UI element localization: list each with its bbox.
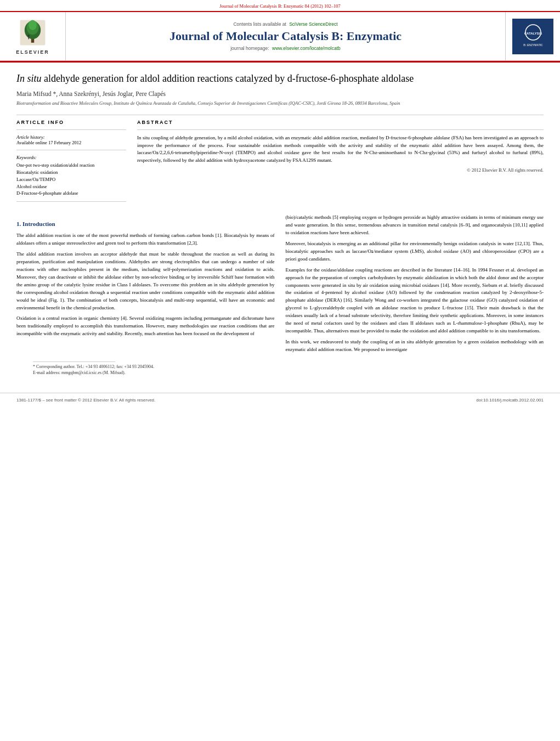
- divider-end-info: [16, 201, 126, 202]
- elsevier-logo: ELSEVIER: [16, 18, 49, 55]
- journal-title: Journal of Molecular Catalysis B: Enzyma…: [169, 29, 401, 43]
- journal-title-area: Contents lists available at SciVerse Sci…: [66, 12, 505, 60]
- svg-point-5: [27, 35, 30, 37]
- top-section: ELSEVIER Contents lists available at Sci…: [0, 12, 560, 61]
- divider-info: [16, 129, 126, 130]
- keyword-4: Alcohol oxidase: [16, 183, 126, 190]
- divider-1: [16, 115, 544, 115]
- svg-point-4: [29, 20, 37, 30]
- affiliation: Biotransformation and Bioactive Molecule…: [16, 100, 544, 107]
- divider-keywords: [16, 150, 126, 150]
- homepage-prefix: journal homepage:: [230, 46, 269, 51]
- sciverse-link[interactable]: SciVerse ScienceDirect: [289, 21, 337, 27]
- article-title: In situ aldehyde generation for aldol ad…: [16, 72, 544, 85]
- svg-text:CATALYSIS: CATALYSIS: [524, 32, 542, 35]
- article-info-heading: ARTICLE INFO: [16, 120, 126, 125]
- keyword-5: D-Fructose-6-phosphate aldolase: [16, 190, 126, 197]
- history-value: Available online 17 February 2012: [16, 140, 126, 145]
- journal-ref: Journal of Molecular Catalysis B: Enzyma…: [11, 3, 549, 9]
- section1-heading: 1. Introduction: [16, 219, 275, 229]
- abstract-heading: ABSTRACT: [137, 120, 544, 125]
- title-normal-part: aldehyde generation for aldol addition r…: [42, 73, 414, 84]
- copyright-line: © 2012 Elsevier B.V. All rights reserved…: [137, 167, 544, 173]
- page-wrapper: Journal of Molecular Catalysis B: Enzyma…: [0, 0, 560, 741]
- journal-homepage: journal homepage: www.elsevier.com/locat…: [230, 46, 341, 51]
- title-italic-part: In situ: [16, 73, 42, 84]
- authors-line: Maria Mifsud *, Anna Szekrényi, Jesús Jo…: [16, 90, 544, 97]
- history-label: Article history:: [16, 134, 126, 140]
- history-row: Article history: Available online 17 Feb…: [16, 134, 126, 145]
- elsevier-logo-area: ELSEVIER: [0, 12, 66, 60]
- divider-footnote: [33, 361, 115, 362]
- catalysis-logo-icon: CATALYSIS B: ENZYMATIC: [517, 21, 550, 52]
- divider-abstract: [137, 129, 544, 130]
- header-banner: Journal of Molecular Catalysis B: Enzyma…: [0, 0, 560, 12]
- svg-rect-7: [517, 21, 550, 52]
- homepage-link[interactable]: www.elsevier.com/locate/molcatb: [272, 46, 341, 51]
- footer: 1381-1177/$ – see front matter © 2012 El…: [0, 393, 560, 407]
- body-p1: The aldol addition reaction is one of th…: [16, 232, 275, 247]
- keywords-label: Keywords:: [16, 155, 126, 160]
- authors-text: Maria Mifsud *, Anna Szekrényi, Jesús Jo…: [16, 90, 166, 97]
- body-p5: Moreover, biocatalysis is emerging as an…: [286, 240, 544, 263]
- body-columns: 1. Introduction The aldol addition react…: [16, 214, 544, 357]
- footer-doi: doi:10.1016/j.molcatb.2012.02.001: [476, 398, 544, 403]
- keyword-3: Laccase/O₂/TEMPO: [16, 176, 126, 183]
- sciverse-line: Contents lists available at SciVerse Sci…: [233, 21, 337, 27]
- abstract-body: In situ coupling of aldehyde generation,…: [137, 135, 544, 163]
- journal-ref-text: Journal of Molecular Catalysis B: Enzyma…: [219, 3, 341, 9]
- info-abstract-columns: ARTICLE INFO Article history: Available …: [16, 120, 544, 206]
- body-p7: In this work, we endeavored to study the…: [286, 338, 544, 354]
- body-p6: Examples for the oxidase/aldolase coupli…: [286, 267, 544, 335]
- svg-text:B: ENZYMATIC: B: ENZYMATIC: [523, 43, 543, 47]
- catalysis-logo-area: CATALYSIS B: ENZYMATIC: [505, 12, 560, 60]
- elsevier-wordmark: ELSEVIER: [16, 49, 49, 55]
- article-content: In situ aldehyde generation for aldol ad…: [0, 63, 560, 382]
- keywords-list: One-pot two-step oxidation/aldol reactio…: [16, 162, 126, 197]
- email-address: E-mail address: mmgqbm@cid.icsic.es (M. …: [33, 370, 527, 375]
- corresponding-author: * Corresponding author. Tel.: +34 93 400…: [33, 364, 527, 369]
- catalysis-logo-box: CATALYSIS B: ENZYMATIC: [512, 19, 553, 54]
- body-p4: (bio)/catalytic methods [5] employing ox…: [286, 214, 544, 237]
- footer-issn: 1381-1177/$ – see front matter © 2012 El…: [16, 398, 155, 403]
- footnotes: * Corresponding author. Tel.: +34 93 400…: [16, 361, 544, 375]
- body-p2: The aldol addition reaction involves an …: [16, 251, 275, 312]
- elsevier-tree-icon: [18, 18, 48, 48]
- abstract-col: ABSTRACT In situ coupling of aldehyde ge…: [137, 120, 544, 206]
- abstract-text: In situ coupling of aldehyde generation,…: [137, 134, 544, 164]
- keyword-1: One-pot two-step oxidation/aldol reactio…: [16, 162, 126, 169]
- body-col-right: (bio)/catalytic methods [5] employing ox…: [286, 214, 544, 357]
- body-col-left: 1. Introduction The aldol addition react…: [16, 214, 275, 357]
- article-info-col: ARTICLE INFO Article history: Available …: [16, 120, 126, 206]
- keyword-2: Biocatalytic oxidation: [16, 169, 126, 176]
- sciverse-prefix: Contents lists available at: [233, 21, 286, 27]
- body-p3: Oxidation is a central reaction in organ…: [16, 315, 275, 338]
